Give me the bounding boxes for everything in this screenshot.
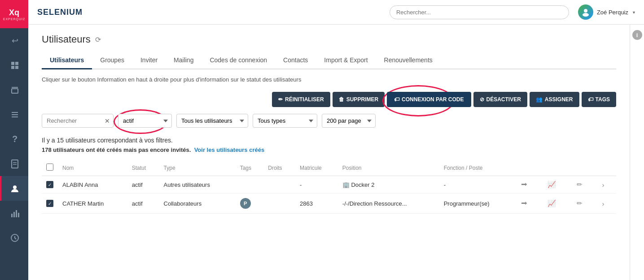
svg-rect-2	[11, 66, 14, 69]
logo-sub: EXPERQUIZ	[3, 17, 25, 21]
col-nom: Nom	[58, 160, 127, 176]
tab-import[interactable]: Import & Export	[316, 52, 376, 69]
tab-contacts[interactable]: Contacts	[275, 52, 316, 69]
user-fonction: -	[439, 176, 515, 194]
svg-rect-10	[13, 162, 17, 163]
svg-rect-13	[11, 214, 13, 217]
user-type: Collaborateurs	[159, 194, 236, 214]
svg-rect-3	[15, 66, 18, 69]
svg-rect-11	[13, 164, 17, 165]
chevron-right-icon[interactable]: ›	[602, 181, 604, 189]
users-table: Nom Statut Type Tags Droits Matricule Po…	[42, 160, 616, 214]
sidebar-item-lists[interactable]	[0, 102, 28, 127]
user-tags: P	[236, 194, 264, 214]
user-matricule: 2863	[295, 194, 338, 214]
svg-rect-14	[13, 212, 15, 217]
svg-point-19	[583, 13, 589, 17]
brand-name: SELENIUM	[37, 8, 390, 17]
search-clear-icon[interactable]: ✕	[105, 117, 110, 125]
sidebar-item-dashboard[interactable]	[0, 53, 28, 78]
col-statut: Statut	[127, 160, 159, 176]
status-filter-wrap: actif inactif tous	[118, 114, 172, 128]
svg-rect-4	[12, 87, 18, 88]
user-type: Autres utilisateurs	[159, 176, 236, 194]
type-filter-select[interactable]: Tous types Collaborateurs Autres utilisa…	[253, 114, 317, 128]
chevron-right-icon[interactable]: ›	[602, 200, 604, 207]
page-title: Utilisateurs	[42, 34, 91, 45]
topbar: SELENIUM Zoé Perquiz ▾	[28, 0, 644, 25]
tags-button[interactable]: 🏷 TAGS	[582, 92, 616, 107]
sidebar-item-users[interactable]	[0, 176, 28, 201]
assigner-icon: 👥	[536, 96, 543, 103]
chart-icon[interactable]: 📈	[548, 181, 556, 188]
sidebar-item-documents[interactable]	[0, 151, 28, 176]
user-menu[interactable]: Zoé Perquiz ▾	[578, 4, 635, 20]
sidebar-item-library[interactable]	[0, 78, 28, 102]
table-row: ✓ CATHER Martin actif Collaborateurs P 2…	[42, 194, 616, 214]
svg-rect-15	[16, 210, 17, 217]
desactiver-button[interactable]: ⊘ DÉSACTIVER	[473, 92, 527, 107]
row-checkbox[interactable]: ✓	[46, 200, 53, 207]
tab-groupes[interactable]: Groupes	[92, 52, 132, 69]
global-search-input[interactable]	[390, 5, 569, 19]
supprimer-button[interactable]: 🗑 SUPPRIMER	[333, 92, 385, 107]
supprimer-icon: 🗑	[339, 96, 344, 103]
status-filter-select[interactable]: actif inactif tous	[118, 114, 172, 128]
info-button[interactable]: i	[632, 30, 642, 40]
sidebar-item-clock[interactable]	[0, 225, 28, 250]
table-row: ✓ ALABIN Anna actif Autres utilisateurs …	[42, 176, 616, 194]
tab-inviter[interactable]: Inviter	[132, 52, 166, 69]
user-tags	[236, 176, 264, 194]
user-name: ALABIN Anna	[58, 176, 127, 194]
user-matricule: -	[295, 176, 338, 194]
edit-icon[interactable]: ✏	[577, 181, 583, 188]
avatar	[578, 4, 593, 20]
search-filter-input[interactable]	[42, 114, 114, 128]
invite-link[interactable]: Voir les utilisateurs créés	[194, 146, 265, 153]
logo-text: Xq	[9, 8, 19, 17]
right-panel: i	[630, 25, 644, 280]
tab-mailing[interactable]: Mailing	[166, 52, 202, 69]
user-fonction: Programmeur(se)	[439, 194, 515, 214]
assigner-button[interactable]: 👥 ASSIGNER	[530, 92, 579, 107]
app-logo: Xq EXPERQUIZ	[0, 0, 28, 28]
svg-rect-6	[12, 112, 18, 113]
desactiver-icon: ⊘	[480, 96, 484, 103]
sidebar-item-back[interactable]: ↩	[0, 28, 28, 53]
reinitialiser-button[interactable]: ✏ RÉINITIALISER	[272, 92, 330, 107]
page-size-select[interactable]: 200 par page 50 par page 100 par page	[322, 114, 376, 128]
page-header: Utilisateurs ⟳	[42, 34, 616, 45]
sidebar-item-help[interactable]: ?	[0, 127, 28, 151]
tabs-bar: Utilisateurs Groupes Inviter Mailing Cod…	[42, 52, 616, 69]
user-dropdown-icon: ▾	[633, 10, 635, 15]
info-text: Cliquer sur le bouton Information en hau…	[42, 76, 616, 83]
login-icon[interactable]: ⮕	[521, 181, 528, 189]
connexion-button-wrap: 🏷 CONNEXION PAR CODE	[387, 92, 471, 107]
svg-point-18	[584, 9, 587, 13]
invite-text: 178 utilisateurs ont été créés mais pas …	[42, 146, 616, 153]
tag-badge: P	[240, 198, 251, 209]
col-type: Type	[159, 160, 236, 176]
tab-utilisateurs[interactable]: Utilisateurs	[42, 52, 92, 69]
user-statut: actif	[127, 176, 159, 194]
sidebar-item-stats[interactable]	[0, 201, 28, 225]
tab-renouvellements[interactable]: Renouvellements	[376, 52, 441, 69]
username-label: Zoé Perquiz	[597, 9, 628, 16]
chart-icon[interactable]: 📈	[548, 199, 556, 207]
select-all-checkbox[interactable]	[46, 164, 53, 171]
action-buttons-bar: ✏ RÉINITIALISER 🗑 SUPPRIMER 🏷 CONNEXION …	[42, 92, 616, 107]
col-matricule: Matricule	[295, 160, 338, 176]
svg-rect-16	[18, 213, 19, 217]
svg-rect-7	[12, 114, 18, 115]
tab-codes[interactable]: Codes de connexion	[202, 52, 275, 69]
col-droits: Droits	[263, 160, 295, 176]
login-icon[interactable]: ⮕	[521, 200, 528, 207]
users-filter-select[interactable]: Tous les utilisateurs Collaborateurs Adm…	[176, 114, 248, 128]
connexion-button[interactable]: 🏷 CONNEXION PAR CODE	[387, 92, 471, 107]
results-count: Il y a 15 utilisateurs correspondant à v…	[42, 137, 616, 144]
edit-icon[interactable]: ✏	[577, 199, 583, 207]
row-checkbox[interactable]: ✓	[46, 181, 53, 188]
refresh-icon[interactable]: ⟳	[95, 35, 101, 44]
content-area: Utilisateurs ⟳ Utilisateurs Groupes Invi…	[28, 25, 630, 280]
svg-point-12	[13, 185, 17, 189]
